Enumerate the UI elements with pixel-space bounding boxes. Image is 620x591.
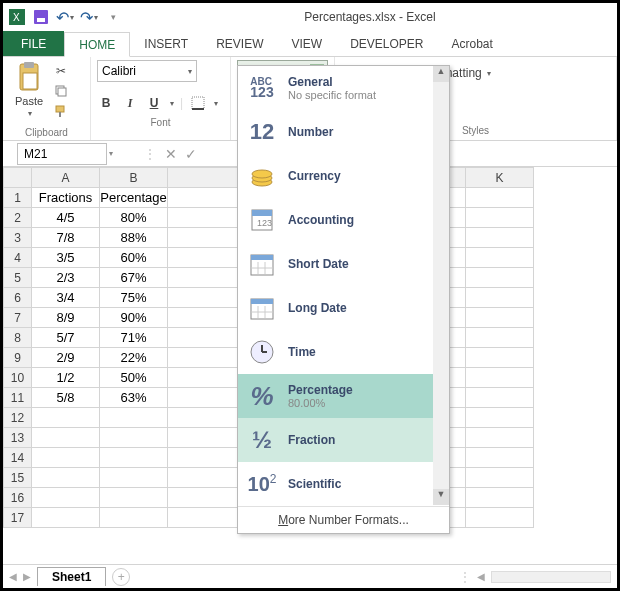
italic-button[interactable]: I xyxy=(121,94,139,112)
cell[interactable] xyxy=(466,428,534,448)
row-header[interactable]: 17 xyxy=(4,508,32,528)
underline-button[interactable]: U xyxy=(145,94,163,112)
cell[interactable] xyxy=(32,448,100,468)
row-header[interactable]: 2 xyxy=(4,208,32,228)
chevron-down-icon[interactable]: ▾ xyxy=(109,149,123,158)
cell[interactable] xyxy=(32,428,100,448)
cell[interactable]: 1/2 xyxy=(32,368,100,388)
cell[interactable]: Fractions xyxy=(32,188,100,208)
cell[interactable] xyxy=(466,228,534,248)
format-option-scientific[interactable]: 102 Scientific xyxy=(238,462,449,506)
dropdown-scrollbar[interactable]: ▲ ▼ xyxy=(433,66,449,505)
column-header[interactable]: A xyxy=(32,168,100,188)
cell[interactable] xyxy=(466,408,534,428)
sheet-tab[interactable]: Sheet1 xyxy=(37,567,106,586)
paste-button[interactable]: Paste ▾ xyxy=(9,59,49,120)
cell[interactable] xyxy=(100,448,168,468)
row-header[interactable]: 9 xyxy=(4,348,32,368)
cell[interactable]: 5/8 xyxy=(32,388,100,408)
row-header[interactable]: 11 xyxy=(4,388,32,408)
row-header[interactable]: 6 xyxy=(4,288,32,308)
cell[interactable] xyxy=(32,508,100,528)
scroll-up-icon[interactable]: ▲ xyxy=(433,66,449,82)
format-painter-icon[interactable] xyxy=(53,103,69,119)
hscroll-left-icon[interactable]: ◀ xyxy=(477,571,485,582)
cell[interactable]: 88% xyxy=(100,228,168,248)
cell[interactable]: 67% xyxy=(100,268,168,288)
cell[interactable] xyxy=(466,348,534,368)
undo-icon[interactable]: ↶▾ xyxy=(55,7,75,27)
cell[interactable] xyxy=(466,388,534,408)
font-name-combo[interactable]: Calibri▾ xyxy=(97,60,197,82)
tab-view[interactable]: VIEW xyxy=(277,31,336,56)
format-option-time[interactable]: Time xyxy=(238,330,449,374)
cell[interactable]: 63% xyxy=(100,388,168,408)
cell[interactable] xyxy=(100,508,168,528)
cell[interactable]: 2/9 xyxy=(32,348,100,368)
cell[interactable] xyxy=(466,208,534,228)
save-icon[interactable] xyxy=(31,7,51,27)
cell[interactable]: 60% xyxy=(100,248,168,268)
row-header[interactable]: 14 xyxy=(4,448,32,468)
select-all-corner[interactable] xyxy=(4,168,32,188)
column-header[interactable]: B xyxy=(100,168,168,188)
cell[interactable] xyxy=(466,328,534,348)
cell[interactable] xyxy=(466,468,534,488)
redo-icon[interactable]: ↷▾ xyxy=(79,7,99,27)
row-header[interactable]: 13 xyxy=(4,428,32,448)
cell[interactable] xyxy=(100,408,168,428)
new-sheet-button[interactable]: + xyxy=(112,568,130,586)
cell[interactable]: 3/4 xyxy=(32,288,100,308)
row-header[interactable]: 15 xyxy=(4,468,32,488)
row-header[interactable]: 4 xyxy=(4,248,32,268)
cell[interactable]: 90% xyxy=(100,308,168,328)
cell[interactable]: 8/9 xyxy=(32,308,100,328)
cell[interactable]: 3/5 xyxy=(32,248,100,268)
cell[interactable] xyxy=(100,468,168,488)
horizontal-scrollbar[interactable] xyxy=(491,571,611,583)
cancel-formula-icon[interactable]: ✕ xyxy=(165,146,177,162)
tab-acrobat[interactable]: Acrobat xyxy=(438,31,507,56)
format-option-number[interactable]: 12 Number xyxy=(238,110,449,154)
name-box[interactable]: M21 xyxy=(17,143,107,165)
cell[interactable] xyxy=(466,288,534,308)
row-header[interactable]: 1 xyxy=(4,188,32,208)
tab-file[interactable]: FILE xyxy=(3,31,64,56)
cell[interactable]: 75% xyxy=(100,288,168,308)
cell[interactable] xyxy=(100,428,168,448)
cell[interactable] xyxy=(32,468,100,488)
cell[interactable] xyxy=(32,408,100,428)
row-header[interactable]: 7 xyxy=(4,308,32,328)
cell[interactable] xyxy=(466,368,534,388)
cell[interactable]: 7/8 xyxy=(32,228,100,248)
copy-icon[interactable] xyxy=(53,83,69,99)
cell[interactable]: 50% xyxy=(100,368,168,388)
cell[interactable] xyxy=(466,488,534,508)
row-header[interactable]: 8 xyxy=(4,328,32,348)
cell[interactable]: 5/7 xyxy=(32,328,100,348)
scroll-down-icon[interactable]: ▼ xyxy=(433,489,449,505)
cell[interactable] xyxy=(466,448,534,468)
cut-icon[interactable]: ✂ xyxy=(53,63,69,79)
border-button[interactable] xyxy=(189,94,207,112)
tab-insert[interactable]: INSERT xyxy=(130,31,202,56)
cell[interactable] xyxy=(466,508,534,528)
row-header[interactable]: 16 xyxy=(4,488,32,508)
accept-formula-icon[interactable]: ✓ xyxy=(185,146,197,162)
cell[interactable]: 80% xyxy=(100,208,168,228)
format-option-percentage[interactable]: % Percentage80.00% xyxy=(238,374,449,418)
format-option-general[interactable]: ABC123 GeneralNo specific format xyxy=(238,66,449,110)
row-header[interactable]: 12 xyxy=(4,408,32,428)
cell[interactable]: Percentage xyxy=(100,188,168,208)
cell[interactable]: 4/5 xyxy=(32,208,100,228)
cell[interactable]: 71% xyxy=(100,328,168,348)
cell[interactable]: 2/3 xyxy=(32,268,100,288)
format-option-longdate[interactable]: Long Date xyxy=(238,286,449,330)
column-header[interactable]: K xyxy=(466,168,534,188)
format-option-fraction[interactable]: ½ Fraction xyxy=(238,418,449,462)
cell[interactable] xyxy=(32,488,100,508)
cell[interactable] xyxy=(466,308,534,328)
row-header[interactable]: 5 xyxy=(4,268,32,288)
row-header[interactable]: 10 xyxy=(4,368,32,388)
sheet-nav-next-icon[interactable]: ▶ xyxy=(23,571,31,582)
